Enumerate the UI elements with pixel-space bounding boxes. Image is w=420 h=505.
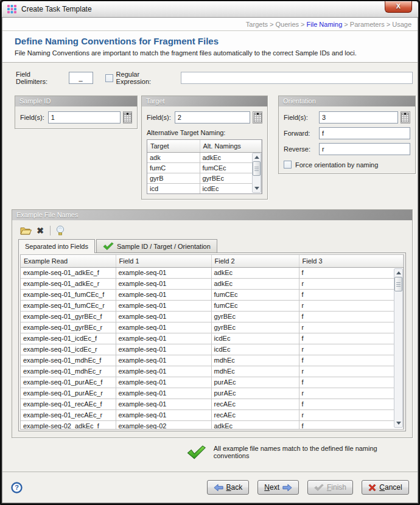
orientation-field-picker-button[interactable] xyxy=(401,111,410,124)
table-cell: example-seq-01_purAEc_r xyxy=(21,388,116,399)
breadcrumb-item-parameters[interactable]: Parameters xyxy=(350,21,385,28)
arrow-right-icon xyxy=(282,484,292,492)
help-icon[interactable]: ? xyxy=(11,482,23,493)
table-cell: adkEc xyxy=(211,267,299,278)
sample-id-group-title: Sample ID xyxy=(15,96,137,106)
breadcrumb-item-targets[interactable]: Targets xyxy=(246,21,268,28)
table-cell: fumC xyxy=(147,162,200,173)
next-button[interactable]: Next xyxy=(257,480,299,495)
column-header[interactable]: Alt. Namings xyxy=(200,140,262,152)
table-row[interactable]: example-seq-01_mdhEc_rexample-seq-01mdhE… xyxy=(21,366,404,377)
arrow-down-icon xyxy=(254,187,259,190)
tab-sample-target-orientation[interactable]: Sample ID / Target / Orientation xyxy=(96,239,217,252)
reverse-input[interactable] xyxy=(319,143,410,155)
suggest-button[interactable] xyxy=(53,224,68,237)
table-row[interactable]: example-seq-01_icdEc_fexample-seq-01icdE… xyxy=(21,333,404,344)
table-cell: example-seq-01 xyxy=(116,289,211,300)
table-row[interactable]: example-seq-01_adkEc_fexample-seq-01adkE… xyxy=(21,267,404,278)
table-row[interactable]: example-seq-02_adkEc_fexample-seq-02adkE… xyxy=(21,420,404,430)
alternative-naming-table-container: TargetAlt. NamingsadkadkEcfumCfumCEcgyrB… xyxy=(147,139,262,194)
table-row[interactable]: example-seq-01_purAEc_rexample-seq-01pur… xyxy=(21,388,404,399)
open-folder-icon xyxy=(20,226,32,235)
dialog-content: Targets > Queries > File Naming > Parame… xyxy=(2,17,418,503)
alt-table-scrollbar[interactable] xyxy=(252,153,261,193)
target-field-picker-button[interactable] xyxy=(253,111,262,124)
table-row[interactable]: example-seq-01_gyrBEc_rexample-seq-01gyr… xyxy=(21,322,404,333)
breadcrumb-item-usage[interactable]: Usage xyxy=(392,21,411,28)
table-row[interactable]: example-seq-01_fumCEc_rexample-seq-01fum… xyxy=(21,300,404,311)
examples-table-scrollbar[interactable] xyxy=(394,268,403,428)
back-button[interactable]: Back xyxy=(207,480,250,495)
grip-icon xyxy=(254,167,259,171)
arrow-up-icon xyxy=(254,156,259,159)
table-cell: example-seq-01 xyxy=(116,278,211,289)
breadcrumb-item-file-naming[interactable]: File Naming xyxy=(307,21,343,28)
table-cell: r xyxy=(299,409,404,420)
forward-input[interactable] xyxy=(319,127,410,139)
tab-separated-into-fields[interactable]: Separated into Fields xyxy=(18,239,95,253)
table-cell: example-seq-02 xyxy=(116,420,211,430)
table-row[interactable]: example-seq-01_recAEc_rexample-seq-01rec… xyxy=(21,409,404,420)
table-row[interactable]: gyrBgyrBEc xyxy=(147,173,262,183)
force-orientation-label: Force orientation by naming xyxy=(295,161,378,169)
table-row[interactable]: example-seq-01_fumCEc_fexample-seq-01fum… xyxy=(21,289,404,300)
check-icon xyxy=(314,484,324,491)
open-folder-button[interactable] xyxy=(18,224,33,237)
table-row[interactable]: example-seq-01_icdEc_rexample-seq-01icdE… xyxy=(21,344,404,355)
regular-expression-checkbox[interactable] xyxy=(105,74,113,82)
close-button[interactable]: X xyxy=(385,1,412,13)
table-cell: adkEc xyxy=(211,420,299,430)
table-row[interactable]: fumCfumCEc xyxy=(147,162,262,173)
reverse-label: Reverse: xyxy=(284,145,315,153)
table-row[interactable]: example-seq-01_recAEc_fexample-seq-01rec… xyxy=(21,399,404,409)
table-cell: example-seq-01_purAEc_f xyxy=(21,377,116,388)
breadcrumb-item-queries[interactable]: Queries xyxy=(275,21,299,28)
sample-id-field-picker-button[interactable] xyxy=(123,111,132,124)
target-fields-input[interactable] xyxy=(175,111,251,124)
column-header[interactable]: Field 2 xyxy=(211,255,299,267)
example-file-names-groupbox: Example File Names ✖ xyxy=(12,209,413,438)
column-header[interactable]: Field 1 xyxy=(116,255,211,267)
main-content: Field Delimiters: Regular Expression: Sa… xyxy=(2,63,418,472)
table-cell: example-seq-01 xyxy=(116,300,211,311)
orientation-fields-input[interactable] xyxy=(319,111,398,124)
scroll-down-button[interactable] xyxy=(253,184,261,192)
next-button-label: Next xyxy=(264,483,279,492)
scroll-down-button[interactable] xyxy=(394,419,402,427)
table-row[interactable]: adkadkEc xyxy=(147,152,262,162)
table-row[interactable]: example-seq-01_gyrBEc_fexample-seq-01gyr… xyxy=(21,311,404,322)
column-header[interactable]: Example Read xyxy=(21,255,116,267)
window-title: Create Task Template xyxy=(21,5,92,13)
column-header[interactable]: Target xyxy=(147,140,200,152)
delete-example-button[interactable]: ✖ xyxy=(33,224,47,237)
table-cell: f xyxy=(299,377,404,388)
table-row[interactable]: example-seq-01_adkEc_rexample-seq-01adkE… xyxy=(21,278,404,289)
scroll-up-button[interactable] xyxy=(394,269,402,277)
scroll-up-button[interactable] xyxy=(253,153,261,161)
table-cell: mdhEc xyxy=(211,366,299,377)
force-orientation-checkbox[interactable] xyxy=(284,161,292,169)
scrollbar-thumb[interactable] xyxy=(253,161,261,176)
cancel-button[interactable]: Cancel xyxy=(362,480,409,495)
sample-id-fields-input[interactable] xyxy=(48,111,121,124)
field-delimiters-label: Field Delimiters: xyxy=(16,71,64,85)
table-cell: r xyxy=(299,344,404,355)
table-cell: r xyxy=(299,278,404,289)
table-row[interactable]: icdicdEc xyxy=(147,183,262,193)
title-bar[interactable]: Create Task Template X xyxy=(2,1,418,17)
naming-groups-row: Sample ID Field(s): Target xyxy=(15,96,413,200)
table-row[interactable]: example-seq-01_mdhEc_fexample-seq-01mdhE… xyxy=(21,355,404,366)
table-cell: example-seq-01 xyxy=(116,399,211,409)
validation-status-text: All example file names match to the defi… xyxy=(214,445,413,459)
table-row[interactable]: example-seq-01_purAEc_fexample-seq-01pur… xyxy=(21,377,404,388)
field-delimiters-input[interactable] xyxy=(69,72,93,84)
regular-expression-input[interactable] xyxy=(181,72,413,84)
scrollbar-thumb[interactable] xyxy=(394,277,402,291)
target-groupbox: Target Field(s): Alternative Target Nami… xyxy=(141,96,268,200)
finish-button[interactable]: Finish xyxy=(307,480,353,495)
table-cell: gyrBEc xyxy=(211,322,299,333)
table-cell: adk xyxy=(147,152,200,162)
table-cell: example-seq-01 xyxy=(116,267,211,278)
sample-id-groupbox: Sample ID Field(s): xyxy=(15,96,138,129)
column-header[interactable]: Field 3 xyxy=(299,255,404,267)
